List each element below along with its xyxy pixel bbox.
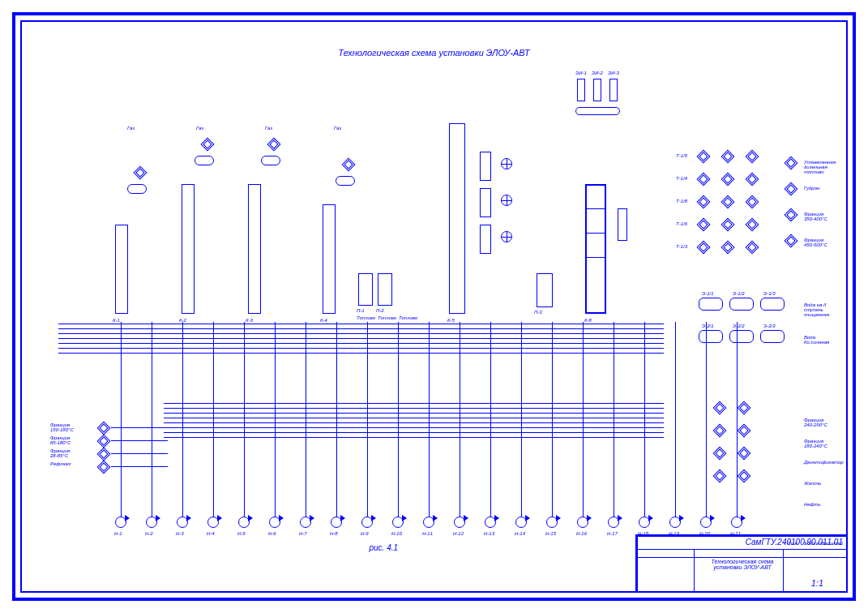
hx-Т-2/7 xyxy=(746,195,759,209)
pump-Н-14 xyxy=(515,517,527,528)
hx-Т-2/4 xyxy=(721,173,735,186)
reflux-drum-e2 xyxy=(195,156,214,165)
pump-Н-2 xyxy=(146,517,157,528)
pump-Н-4 xyxy=(207,517,219,528)
vac-receiver-k81 xyxy=(618,208,627,241)
hx-Т-1/4 xyxy=(713,401,727,415)
pump-Н-3 xyxy=(177,517,188,528)
stripper-k6-3 xyxy=(480,225,491,254)
column-k1 xyxy=(115,225,128,314)
hx-Т-2/4 xyxy=(738,401,751,415)
desalter-Э-1/2 xyxy=(729,298,754,311)
pump-Н-10 xyxy=(392,517,404,528)
hx-Т-2/3 xyxy=(738,424,751,438)
hx-Т-2/2 xyxy=(738,447,751,461)
column-k2 xyxy=(182,184,195,314)
title-block: СамГТУ.240100.90.011.01 Технологическая … xyxy=(635,534,846,591)
hx-Т-2/6 xyxy=(721,218,735,232)
column-k4 xyxy=(323,204,336,314)
pump-Н-20 xyxy=(700,517,712,528)
furnace-p3 xyxy=(537,273,553,307)
stripper-k6-2 xyxy=(480,188,491,217)
pump-Н-11 xyxy=(423,517,434,528)
desalter-Э-1/1 xyxy=(699,298,723,311)
pump-Н-12 xyxy=(454,517,465,528)
hx-Т-4/4 xyxy=(746,173,759,186)
stripper-k6-1 xyxy=(480,152,491,181)
condenser-xk1 xyxy=(134,166,148,180)
hx-Т-3/3 xyxy=(746,241,759,255)
column-k8 xyxy=(585,184,606,314)
hx-Т-1/4 xyxy=(697,173,711,186)
hx-Т-1/2 xyxy=(713,447,727,461)
desalter-Э-2/1 xyxy=(699,330,723,343)
pump-Н-15 xyxy=(546,517,558,528)
pump-Н-21 xyxy=(731,517,742,528)
pump-Н-5 xyxy=(238,517,250,528)
sheet-number: 1:1 xyxy=(811,578,823,588)
hx-Т-1/7 xyxy=(746,218,759,232)
hx-Т-1/6 xyxy=(697,218,711,232)
pump-Н-6 xyxy=(269,517,280,528)
schematic-area: /*placeholder*/ Н-1Н-2Н-3Н-4Н-5Н-6Н-7Н-8… xyxy=(50,62,818,518)
pump-Н-7 xyxy=(300,517,311,528)
hx-Т-1/1 xyxy=(713,469,727,483)
furnace-p1 xyxy=(358,273,373,306)
pump-Н-16 xyxy=(577,517,588,528)
hx-Т-4/5 xyxy=(746,150,759,164)
hx-Т-1/3 xyxy=(713,424,727,438)
desalter-Э-2/3 xyxy=(760,330,785,343)
pump-Н-8 xyxy=(331,517,342,528)
desalter-Э-1/3 xyxy=(760,298,785,311)
pump-Н-18 xyxy=(639,517,650,528)
column-k3 xyxy=(248,184,261,314)
hx-Т-2/3 xyxy=(721,241,735,255)
drawing-title: Технологическая схема установки ЭЛОУ-АВТ xyxy=(710,559,775,570)
hx-Т-2/5 xyxy=(721,150,735,164)
pump-Н-13 xyxy=(485,517,496,528)
furnace-p2 xyxy=(378,273,392,306)
desalter-Э-2/2 xyxy=(729,330,754,343)
pump-Н-9 xyxy=(361,517,373,528)
pump-Н-1 xyxy=(115,517,126,528)
hx-Т-2/8 xyxy=(721,195,735,209)
pump-Н-19 xyxy=(669,517,681,528)
hx-Т-1/5 xyxy=(697,150,711,164)
reflux-drum-e1 xyxy=(127,184,147,194)
figure-label: рис. 4.1 xyxy=(370,543,399,552)
hx-Т-2/1 xyxy=(738,469,751,483)
hx-Т-1/8 xyxy=(697,195,711,209)
pump-Н-17 xyxy=(608,517,619,528)
hx-Т-1/3 xyxy=(697,241,711,255)
column-k5 xyxy=(449,123,465,314)
main-title: Технологическая схема установки ЭЛОУ-АВТ xyxy=(338,48,529,58)
